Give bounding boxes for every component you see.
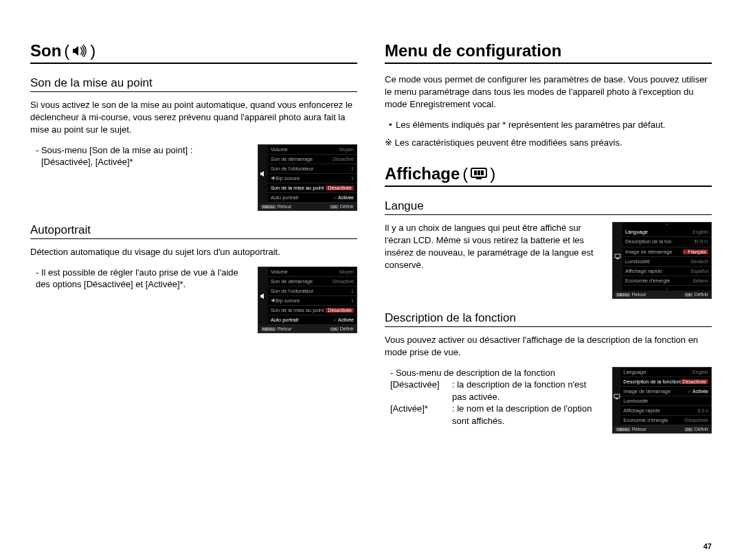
submenu-intro: - Sous-menu de description de la fonctio… — [390, 367, 603, 379]
submenu-text-description: - Sous-menu de description de la fonctio… — [385, 367, 603, 427]
camera-screenshot-langue: ⌃ LanguageEnglish Description de la fon한… — [612, 222, 712, 299]
heading-affichage-text: Affichage — [385, 164, 460, 183]
speaker-icon — [258, 267, 268, 325]
subheading-description-fonction: Description de la fonction — [385, 311, 712, 327]
camera-screenshot-sound-focus: VolumeMoyen Son de démarrageDésactivé So… — [258, 144, 357, 211]
paren-open: ( — [462, 164, 468, 183]
submenu-text-autoportrait: - Il est possible de régler l'auto prise… — [30, 267, 248, 291]
submenu-options: [Désactivée], [Activée]* — [36, 156, 248, 168]
def-key-activee: [Activée]* — [390, 403, 452, 427]
svg-rect-8 — [616, 399, 618, 399]
def-key-desactivee: [Désactivée] — [390, 379, 452, 403]
body-description-fonction: Vous pouvez activer ou désactiver l'affi… — [385, 334, 712, 359]
svg-rect-2 — [477, 170, 480, 175]
def-val-desactivee: : la description de la fonction n'est pa… — [452, 379, 603, 403]
note-characteristics: ※ Les caractéristiques peuvent être modi… — [385, 137, 712, 149]
subheading-autoportrait: Autoportrait — [30, 223, 357, 239]
body-langue: Il y a un choix de langues qui peut être… — [385, 222, 603, 271]
display-icon — [471, 168, 487, 180]
svg-rect-1 — [474, 170, 477, 175]
heading-son-text: Son — [30, 41, 61, 60]
display-icon — [613, 368, 620, 425]
display-icon — [613, 223, 622, 291]
paren-close: ) — [490, 164, 495, 183]
svg-rect-6 — [616, 258, 619, 259]
body-autoportrait: Détection automatique du visage du sujet… — [30, 246, 357, 258]
submenu-label: - Sous-menu [Son de la mise au point] : — [36, 144, 248, 157]
page-number: 47 — [704, 542, 712, 550]
body-config: Ce mode vous permet de configurer les pa… — [385, 74, 712, 111]
def-val-activee: : le nom et la description de l'option s… — [452, 403, 603, 427]
paren-close: ) — [90, 41, 95, 60]
svg-rect-4 — [476, 178, 482, 179]
body-mise-au-point: Si vous activez le son de la mise au poi… — [30, 99, 357, 136]
svg-rect-3 — [481, 170, 484, 175]
heading-affichage: Affichage ( ) — [385, 164, 712, 187]
heading-menu-config: Menu de configuration — [385, 41, 712, 64]
svg-rect-7 — [614, 394, 620, 398]
speaker-icon — [72, 45, 87, 57]
svg-rect-5 — [615, 254, 620, 258]
bullet-default-params: Les éléments indiqués par * représentent… — [389, 119, 712, 131]
left-column: Son ( ) Son de la mise au point Si vous … — [30, 41, 357, 434]
submenu-text-mise-au-point: - Sous-menu [Son de la mise au point] : … — [30, 144, 248, 168]
subheading-mise-au-point: Son de la mise au point — [30, 76, 357, 92]
camera-screenshot-description: LanguageEnglish Description de la foncti… — [612, 367, 712, 434]
subheading-langue: Langue — [385, 199, 712, 215]
paren-open: ( — [64, 41, 69, 60]
heading-son: Son ( ) — [30, 41, 357, 64]
right-column: Menu de configuration Ce mode vous perme… — [385, 41, 712, 434]
camera-screenshot-autoportrait: VolumeMoyen Son de démarrageDésactivé So… — [258, 267, 357, 333]
speaker-icon — [258, 145, 268, 203]
